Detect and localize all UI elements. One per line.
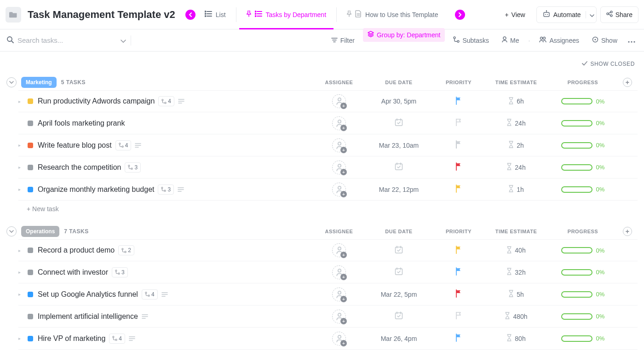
progress-cell[interactable]: 0% <box>548 142 617 149</box>
task-name[interactable]: April fools marketing prank <box>38 119 125 127</box>
description-icon[interactable] <box>129 335 135 342</box>
subtask-count-badge[interactable]: 2 <box>118 245 134 255</box>
progress-cell[interactable]: 0% <box>548 164 617 171</box>
col-time[interactable]: TIME ESTIMATE <box>484 229 548 234</box>
due-date-cell[interactable]: Mar 22, 12pm <box>364 186 433 193</box>
status-square[interactable] <box>28 314 33 319</box>
priority-cell[interactable] <box>433 140 484 150</box>
add-assignee-icon[interactable] <box>332 161 346 174</box>
due-date-cell[interactable]: Apr 30, 5pm <box>364 98 433 105</box>
subtask-count-badge[interactable]: 4 <box>109 334 125 344</box>
show-button[interactable]: Show <box>587 34 622 47</box>
assignee-cell[interactable] <box>314 116 364 130</box>
task-row[interactable]: ▸ Run productivity Adwords campaign 4 Ap… <box>18 90 638 112</box>
task-row[interactable]: ▸ Organize monthly marketing budget 3 Ma… <box>18 179 638 201</box>
task-row[interactable]: ▸ Write feature blog post 4 Mar 23, 10am… <box>18 134 638 156</box>
priority-cell[interactable] <box>433 311 484 321</box>
progress-cell[interactable]: 0% <box>548 335 617 342</box>
expand-icon[interactable]: ▸ <box>18 336 26 341</box>
filter-button[interactable]: Filter <box>327 34 359 47</box>
task-row[interactable]: ▸ Set up Google Analytics funnel 4 Mar 2… <box>18 283 638 305</box>
due-date-cell[interactable]: Mar 22, 5pm <box>364 291 433 298</box>
me-button[interactable]: Me <box>497 34 523 47</box>
time-estimate-cell[interactable]: 6h <box>484 97 548 106</box>
collapse-toggle[interactable] <box>6 226 17 236</box>
progress-cell[interactable]: 0% <box>548 313 617 320</box>
progress-cell[interactable]: 0% <box>548 269 617 276</box>
add-assignee-icon[interactable] <box>332 288 346 301</box>
progress-cell[interactable]: 0% <box>548 186 617 193</box>
task-row[interactable]: ▸ April fools marketing prank 24h <box>18 112 638 134</box>
time-estimate-cell[interactable]: 5h <box>484 290 548 299</box>
more-button[interactable] <box>626 34 638 47</box>
task-name[interactable]: Research the competition <box>38 163 121 172</box>
expand-icon[interactable]: ▸ <box>18 187 26 192</box>
task-row[interactable]: ▸ Research the competition 3 24h <box>18 156 638 179</box>
share-button[interactable]: Share <box>600 6 638 23</box>
due-date-cell[interactable] <box>364 267 433 277</box>
status-square[interactable] <box>28 336 33 341</box>
tab-how-to-use[interactable]: How to Use this Template <box>339 0 445 29</box>
expand-icon[interactable]: ▸ <box>18 292 26 297</box>
group-badge[interactable]: Operations <box>21 226 59 237</box>
col-progress[interactable]: PROGRESS <box>548 80 617 85</box>
priority-cell[interactable] <box>433 97 484 106</box>
progress-cell[interactable]: 0% <box>548 247 617 254</box>
task-name[interactable]: Write feature blog post <box>38 141 112 150</box>
add-assignee-icon[interactable] <box>332 94 346 108</box>
status-square[interactable] <box>28 270 33 275</box>
priority-cell[interactable] <box>433 162 484 172</box>
progress-cell[interactable]: 0% <box>548 120 617 127</box>
chevron-down-icon[interactable] <box>586 11 594 18</box>
progress-cell[interactable]: 0% <box>548 98 617 105</box>
time-estimate-cell[interactable]: 1h <box>484 185 548 194</box>
add-assignee-icon[interactable] <box>332 332 346 346</box>
group-badge[interactable]: Marketing <box>21 77 57 88</box>
subtask-count-badge[interactable]: 4 <box>158 96 174 106</box>
time-estimate-cell[interactable]: 32h <box>484 268 548 277</box>
due-date-cell[interactable] <box>364 245 433 256</box>
task-name[interactable]: Implement artificial intelligence <box>38 312 138 321</box>
automate-button[interactable]: Automate <box>536 6 597 23</box>
time-estimate-cell[interactable]: 24h <box>484 119 548 127</box>
task-name[interactable]: Organize monthly marketing budget <box>38 185 154 194</box>
add-assignee-icon[interactable] <box>332 138 346 152</box>
add-column[interactable]: + <box>617 78 638 87</box>
subtask-count-badge[interactable]: 4 <box>142 289 158 300</box>
col-assignee[interactable]: ASSIGNEE <box>314 229 364 234</box>
folder-icon[interactable] <box>6 7 21 23</box>
task-name[interactable]: Set up Google Analytics funnel <box>38 290 138 299</box>
task-row[interactable]: ▸ Hire VP of marketing 4 Mar 26, 4pm 80h <box>18 328 638 350</box>
status-square[interactable] <box>28 143 33 148</box>
due-date-cell[interactable] <box>364 162 433 173</box>
chevron-down-icon[interactable] <box>121 37 126 44</box>
nav-next-icon[interactable] <box>455 10 465 20</box>
add-assignee-icon[interactable] <box>332 116 346 130</box>
status-square[interactable] <box>28 248 33 253</box>
task-row[interactable]: ▸ Implement artificial intelligence 480h <box>18 305 638 328</box>
task-name[interactable]: Hire VP of marketing <box>38 334 105 343</box>
subtask-count-badge[interactable]: 4 <box>115 140 132 150</box>
add-view-button[interactable]: + View <box>499 6 530 23</box>
tab-tasks-by-department[interactable]: Tasks by Department <box>239 0 334 29</box>
time-estimate-cell[interactable]: 24h <box>484 163 548 172</box>
expand-icon[interactable]: ▸ <box>18 99 26 104</box>
status-square[interactable] <box>28 121 33 126</box>
description-icon[interactable] <box>161 291 168 298</box>
expand-icon[interactable]: ▸ <box>18 143 26 148</box>
nav-prev-icon[interactable] <box>185 10 196 20</box>
col-assignee[interactable]: ASSIGNEE <box>314 80 364 85</box>
show-closed-toggle[interactable]: SHOW CLOSED <box>6 56 638 75</box>
priority-cell[interactable] <box>433 334 484 343</box>
add-assignee-icon[interactable] <box>332 310 346 323</box>
assignee-cell[interactable] <box>314 332 364 346</box>
progress-cell[interactable]: 0% <box>548 291 617 298</box>
task-name[interactable]: Run productivity Adwords campaign <box>38 97 155 105</box>
priority-cell[interactable] <box>433 289 484 299</box>
assignee-cell[interactable] <box>314 183 364 196</box>
add-assignee-icon[interactable] <box>332 265 346 279</box>
expand-icon[interactable]: ▸ <box>18 270 26 275</box>
col-due[interactable]: DUE DATE <box>364 229 433 234</box>
priority-cell[interactable] <box>433 246 484 255</box>
add-assignee-icon[interactable] <box>332 183 346 196</box>
